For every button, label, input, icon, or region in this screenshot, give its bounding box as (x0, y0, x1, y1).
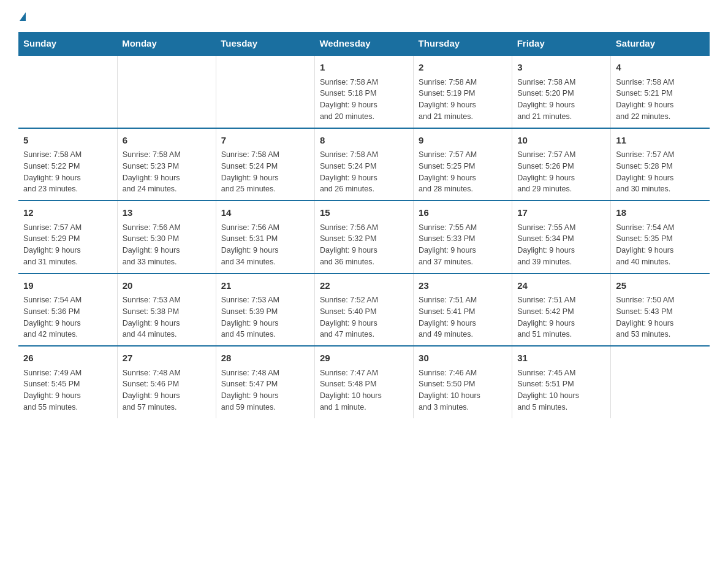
calendar-cell: 14Sunrise: 7:56 AMSunset: 5:31 PMDayligh… (216, 201, 314, 274)
day-number: 9 (419, 134, 507, 148)
week-row-5: 26Sunrise: 7:49 AMSunset: 5:45 PMDayligh… (18, 346, 710, 418)
day-number: 2 (419, 61, 507, 75)
calendar-cell: 1Sunrise: 7:58 AMSunset: 5:18 PMDaylight… (314, 55, 413, 128)
day-info: Sunrise: 7:57 AMSunset: 5:29 PMDaylight:… (23, 222, 112, 268)
day-number: 1 (320, 61, 408, 75)
calendar-cell: 9Sunrise: 7:57 AMSunset: 5:25 PMDaylight… (414, 128, 512, 201)
week-row-1: 1Sunrise: 7:58 AMSunset: 5:18 PMDaylight… (18, 55, 710, 128)
calendar-cell: 4Sunrise: 7:58 AMSunset: 5:21 PMDaylight… (611, 55, 710, 128)
day-number: 31 (517, 351, 605, 366)
day-number: 3 (517, 61, 605, 75)
week-row-4: 19Sunrise: 7:54 AMSunset: 5:36 PMDayligh… (18, 274, 710, 347)
day-info: Sunrise: 7:52 AMSunset: 5:40 PMDaylight:… (320, 294, 408, 340)
calendar-cell (611, 346, 710, 418)
day-number: 4 (616, 61, 705, 75)
day-info: Sunrise: 7:58 AMSunset: 5:22 PMDaylight:… (23, 149, 112, 195)
day-info: Sunrise: 7:46 AMSunset: 5:50 PMDaylight:… (419, 367, 507, 413)
page-header (18, 12, 710, 21)
day-info: Sunrise: 7:58 AMSunset: 5:18 PMDaylight:… (320, 77, 408, 123)
day-info: Sunrise: 7:51 AMSunset: 5:42 PMDaylight:… (517, 294, 605, 340)
day-number: 28 (221, 351, 309, 366)
header-monday: Monday (117, 32, 216, 55)
day-info: Sunrise: 7:47 AMSunset: 5:48 PMDaylight:… (320, 367, 408, 413)
calendar-cell: 12Sunrise: 7:57 AMSunset: 5:29 PMDayligh… (18, 201, 117, 274)
calendar-cell: 13Sunrise: 7:56 AMSunset: 5:30 PMDayligh… (117, 201, 216, 274)
calendar-cell: 20Sunrise: 7:53 AMSunset: 5:38 PMDayligh… (117, 274, 216, 347)
header-sunday: Sunday (18, 32, 117, 55)
day-info: Sunrise: 7:55 AMSunset: 5:34 PMDaylight:… (517, 222, 605, 268)
calendar-cell: 27Sunrise: 7:48 AMSunset: 5:46 PMDayligh… (117, 346, 216, 418)
day-number: 8 (320, 134, 408, 148)
day-number: 11 (616, 134, 705, 148)
header-saturday: Saturday (611, 32, 710, 55)
day-info: Sunrise: 7:51 AMSunset: 5:41 PMDaylight:… (419, 294, 507, 340)
calendar-cell: 6Sunrise: 7:58 AMSunset: 5:23 PMDaylight… (117, 128, 216, 201)
day-info: Sunrise: 7:58 AMSunset: 5:19 PMDaylight:… (419, 77, 507, 123)
day-info: Sunrise: 7:49 AMSunset: 5:45 PMDaylight:… (23, 367, 112, 413)
calendar-cell: 11Sunrise: 7:57 AMSunset: 5:28 PMDayligh… (611, 128, 710, 201)
day-info: Sunrise: 7:54 AMSunset: 5:35 PMDaylight:… (616, 222, 705, 268)
day-info: Sunrise: 7:50 AMSunset: 5:43 PMDaylight:… (616, 294, 705, 340)
calendar-cell: 2Sunrise: 7:58 AMSunset: 5:19 PMDaylight… (414, 55, 512, 128)
header-friday: Friday (512, 32, 611, 55)
day-number: 6 (123, 134, 211, 148)
day-number: 27 (123, 351, 211, 366)
day-number: 7 (221, 134, 309, 148)
calendar-cell: 22Sunrise: 7:52 AMSunset: 5:40 PMDayligh… (314, 274, 413, 347)
calendar-cell: 29Sunrise: 7:47 AMSunset: 5:48 PMDayligh… (314, 346, 413, 418)
day-info: Sunrise: 7:45 AMSunset: 5:51 PMDaylight:… (517, 367, 605, 413)
day-info: Sunrise: 7:58 AMSunset: 5:24 PMDaylight:… (221, 149, 309, 195)
day-number: 10 (517, 134, 605, 148)
day-number: 20 (123, 279, 211, 293)
day-info: Sunrise: 7:48 AMSunset: 5:47 PMDaylight:… (221, 367, 309, 413)
calendar-cell: 15Sunrise: 7:56 AMSunset: 5:32 PMDayligh… (314, 201, 413, 274)
day-number: 14 (221, 206, 309, 220)
weekday-header-row: SundayMondayTuesdayWednesdayThursdayFrid… (18, 32, 710, 55)
calendar-cell: 10Sunrise: 7:57 AMSunset: 5:26 PMDayligh… (512, 128, 611, 201)
day-number: 26 (23, 351, 112, 366)
calendar-cell: 31Sunrise: 7:45 AMSunset: 5:51 PMDayligh… (512, 346, 611, 418)
day-number: 30 (419, 351, 507, 366)
day-number: 16 (419, 206, 507, 220)
day-info: Sunrise: 7:58 AMSunset: 5:21 PMDaylight:… (616, 77, 705, 123)
day-info: Sunrise: 7:56 AMSunset: 5:31 PMDaylight:… (221, 222, 309, 268)
calendar-cell: 25Sunrise: 7:50 AMSunset: 5:43 PMDayligh… (611, 274, 710, 347)
header-tuesday: Tuesday (216, 32, 314, 55)
day-info: Sunrise: 7:48 AMSunset: 5:46 PMDaylight:… (123, 367, 211, 413)
day-number: 24 (517, 279, 605, 293)
calendar-cell: 16Sunrise: 7:55 AMSunset: 5:33 PMDayligh… (414, 201, 512, 274)
calendar-cell: 5Sunrise: 7:58 AMSunset: 5:22 PMDaylight… (18, 128, 117, 201)
day-number: 25 (616, 279, 705, 293)
calendar-cell: 17Sunrise: 7:55 AMSunset: 5:34 PMDayligh… (512, 201, 611, 274)
calendar-cell: 23Sunrise: 7:51 AMSunset: 5:41 PMDayligh… (414, 274, 512, 347)
day-number: 15 (320, 206, 408, 220)
calendar-cell: 21Sunrise: 7:53 AMSunset: 5:39 PMDayligh… (216, 274, 314, 347)
day-info: Sunrise: 7:57 AMSunset: 5:25 PMDaylight:… (419, 149, 507, 195)
day-number: 29 (320, 351, 408, 366)
day-info: Sunrise: 7:53 AMSunset: 5:39 PMDaylight:… (221, 294, 309, 340)
day-number: 23 (419, 279, 507, 293)
day-number: 17 (517, 206, 605, 220)
day-number: 13 (123, 206, 211, 220)
calendar-cell (216, 55, 314, 128)
header-wednesday: Wednesday (314, 32, 413, 55)
day-info: Sunrise: 7:53 AMSunset: 5:38 PMDaylight:… (123, 294, 211, 340)
calendar-cell: 26Sunrise: 7:49 AMSunset: 5:45 PMDayligh… (18, 346, 117, 418)
day-number: 5 (23, 134, 112, 148)
day-info: Sunrise: 7:57 AMSunset: 5:26 PMDaylight:… (517, 149, 605, 195)
calendar-cell: 3Sunrise: 7:58 AMSunset: 5:20 PMDaylight… (512, 55, 611, 128)
calendar-cell: 7Sunrise: 7:58 AMSunset: 5:24 PMDaylight… (216, 128, 314, 201)
header-thursday: Thursday (414, 32, 512, 55)
calendar-cell: 19Sunrise: 7:54 AMSunset: 5:36 PMDayligh… (18, 274, 117, 347)
calendar-cell: 18Sunrise: 7:54 AMSunset: 5:35 PMDayligh… (611, 201, 710, 274)
day-info: Sunrise: 7:58 AMSunset: 5:24 PMDaylight:… (320, 149, 408, 195)
calendar-cell: 30Sunrise: 7:46 AMSunset: 5:50 PMDayligh… (414, 346, 512, 418)
day-info: Sunrise: 7:57 AMSunset: 5:28 PMDaylight:… (616, 149, 705, 195)
calendar-cell: 28Sunrise: 7:48 AMSunset: 5:47 PMDayligh… (216, 346, 314, 418)
calendar-cell (18, 55, 117, 128)
day-info: Sunrise: 7:55 AMSunset: 5:33 PMDaylight:… (419, 222, 507, 268)
day-number: 19 (23, 279, 112, 293)
day-number: 22 (320, 279, 408, 293)
day-number: 21 (221, 279, 309, 293)
week-row-3: 12Sunrise: 7:57 AMSunset: 5:29 PMDayligh… (18, 201, 710, 274)
